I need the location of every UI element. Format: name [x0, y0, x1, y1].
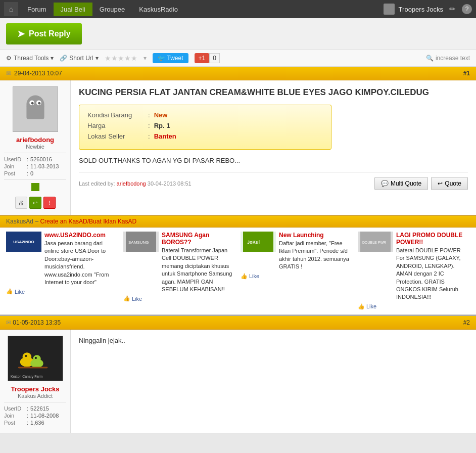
link-icon: 🔗	[60, 55, 67, 62]
top-nav: ⌂ Forum Jual Beli Groupee KaskusRadio Tr…	[0, 0, 476, 18]
home-icon[interactable]: ⌂	[4, 2, 18, 16]
post1-separator2	[4, 179, 66, 180]
increase-text-label: increase text	[436, 55, 470, 62]
user-area: Troopers Jocks ✏ ?	[384, 3, 472, 16]
post1-reply-icon[interactable]: ↩	[29, 197, 41, 209]
checkbox-icon: ✉	[6, 70, 11, 77]
post2-username[interactable]: Troopers Jocks	[4, 385, 66, 393]
kondisi-sep: :	[148, 111, 150, 119]
post2-user-sidebar: Koston Canary Farm Troopers Jocks Kaskus…	[0, 330, 71, 433]
svg-rect-20	[18, 367, 47, 368]
post1-join-label: Join	[4, 163, 27, 169]
post1-username[interactable]: ariefbodong	[4, 136, 66, 144]
thread-tools-label: Thread Tools	[14, 55, 49, 62]
post2-body: Koston Canary Farm Troopers Jocks Kaskus…	[0, 330, 476, 433]
kondisi-row: Kondisi Barang : New	[87, 111, 323, 119]
post1-userid-label: UserID	[4, 156, 27, 162]
kasad-sep: –	[35, 218, 40, 225]
ad-3-text: Daftar jadi member, "Free Iklan Premium"…	[279, 240, 353, 271]
harga-row: Harga : Rp. 1	[87, 122, 323, 129]
post-reply-arrow-icon: ➤	[17, 28, 25, 39]
lokasi-label: Lokasi Seller	[87, 132, 148, 140]
ad-2-title[interactable]: SAMSUNG Agan BOROS??	[162, 232, 235, 246]
ad-4: DOUBLE PWR LAGI PROMO DOUBLE POWER!! Bat…	[358, 232, 470, 310]
rating-stars[interactable]: ★★★★★	[105, 54, 137, 62]
post1-title: KUCING PERSIA FLAT JANTAN CREAM&WHITE BL…	[79, 87, 468, 98]
thread-tools-chevron: ▾	[51, 55, 54, 62]
post1-edit-info: Last edited by: ariefbodong 30-04-2013 0…	[79, 180, 192, 187]
post2-userid-value: 522615	[30, 405, 49, 412]
post1-action-icons: 🖨 ↩ !	[4, 197, 66, 209]
post2-userid-label: UserID	[4, 405, 27, 412]
post1-avatar	[13, 86, 58, 132]
post2-separator1	[4, 402, 66, 402]
ad-3-logo: JoKul	[241, 232, 276, 252]
lokasi-sep: :	[148, 132, 150, 140]
post1-footer: Last edited by: ariefbodong 30-04-2013 0…	[79, 172, 468, 190]
multi-quote-button[interactable]: 💬 Multi Quote	[374, 177, 428, 190]
increase-text[interactable]: 🔍 increase text	[426, 55, 470, 62]
post2-join-label: Join	[4, 413, 27, 419]
edit-nav-icon[interactable]: ✏	[447, 3, 458, 16]
post1-date-text: 29-04-2013 10:07	[14, 70, 62, 77]
kondisi-value: New	[154, 111, 168, 119]
ad-3-like[interactable]: 👍 Like	[241, 273, 353, 280]
tweet-label: Tweet	[167, 55, 183, 62]
short-url[interactable]: 🔗 Short Url ▾	[60, 55, 98, 62]
ad-4-title[interactable]: LAGI PROMO DOUBLE POWER!!	[396, 232, 470, 246]
ad-1-logo: USA2INDO	[6, 232, 41, 252]
svg-point-18	[25, 355, 27, 357]
svg-rect-2	[26, 104, 44, 119]
ad-1-title[interactable]: www.USA2INDO.com	[44, 232, 118, 239]
lokasi-value: Banten	[154, 132, 176, 140]
reply-icon: ↩	[438, 180, 443, 187]
short-url-chevron: ▾	[96, 55, 99, 62]
post1-user-sidebar: ariefbodong Newbie UserID : 5260016 Join…	[0, 80, 71, 215]
post2-text: Ninggalin jejak..	[79, 337, 468, 344]
ad-4-like[interactable]: 👍 Like	[358, 303, 470, 310]
post1-report-icon[interactable]: !	[43, 197, 56, 209]
gplus-button[interactable]: +1	[195, 53, 210, 63]
nav-jualbeli[interactable]: Jual Beli	[54, 3, 92, 16]
post1-header: ✉ 29-04-2013 10:07 #1	[0, 67, 476, 80]
post1-online-indicator	[31, 183, 39, 191]
post2-header: ✉ 01-05-2013 13:35 #2	[0, 315, 476, 330]
post1-text: SOLD OUT.THANKS TO AGAN YG DI PASAR REBO…	[79, 157, 468, 164]
kondisi-label: Kondisi Barang	[87, 111, 148, 119]
username-display[interactable]: Troopers Jocks	[399, 6, 443, 13]
svg-point-19	[35, 357, 37, 359]
post-reply-button[interactable]: ➤ Post Reply	[6, 23, 82, 44]
post2-post-value: 1,636	[30, 420, 44, 426]
svg-point-5	[31, 102, 33, 105]
post1-print-icon[interactable]: 🖨	[15, 197, 27, 209]
post-reply-label: Post Reply	[29, 29, 71, 38]
kasad-bar: KaskusAd – Create an KasAD/Buat Iklan Ka…	[0, 215, 476, 228]
ad-2-text: Baterai Transformer Japan Cell DOUBLE PO…	[162, 247, 235, 293]
svg-text:Koston Canary Farm: Koston Canary Farm	[11, 375, 42, 379]
nav-forum[interactable]: Forum	[20, 3, 54, 16]
ad-2-like[interactable]: 👍 Like	[123, 295, 235, 302]
svg-text:SAMSUNG: SAMSUNG	[128, 240, 149, 245]
ad-1-text: Jasa pesan barang dari online store USA …	[44, 240, 118, 286]
post1-reply-buttons: 💬 Multi Quote ↩ Quote	[374, 177, 468, 190]
kasad-link[interactable]: Create an KasAD/Buat Iklan KasAD	[40, 218, 136, 225]
post1-num: #1	[463, 70, 470, 77]
quote-button[interactable]: ↩ Quote	[431, 177, 468, 190]
short-url-label: Short Url	[69, 55, 93, 62]
help-nav-icon[interactable]: ?	[462, 4, 472, 14]
thread-tools[interactable]: ⚙ Thread Tools ▾	[6, 55, 54, 62]
gplus-container: +1 0	[195, 53, 220, 63]
tweet-button[interactable]: 🐦 Tweet	[153, 53, 188, 63]
ad-1-like[interactable]: 👍 Like	[6, 288, 118, 295]
post2-join-value: 11-08-2008	[30, 413, 59, 419]
nav-kaskusradio[interactable]: KaskusRadio	[132, 3, 185, 16]
post2-content: Ninggalin jejak..	[71, 330, 476, 433]
text-size-icon: 🔍	[426, 55, 434, 62]
post1-content: KUCING PERSIA FLAT JANTAN CREAM&WHITE BL…	[71, 80, 476, 215]
ad-3-title[interactable]: New Launching	[279, 232, 353, 239]
gear-icon: ⚙	[6, 55, 12, 62]
ad-4-logo: DOUBLE PWR	[358, 232, 393, 252]
nav-groupee[interactable]: Groupee	[92, 3, 132, 16]
thread-container: ✉ 29-04-2013 10:07 #1 ariefb	[0, 67, 476, 433]
edit-author-link[interactable]: ariefbodong	[117, 180, 146, 187]
